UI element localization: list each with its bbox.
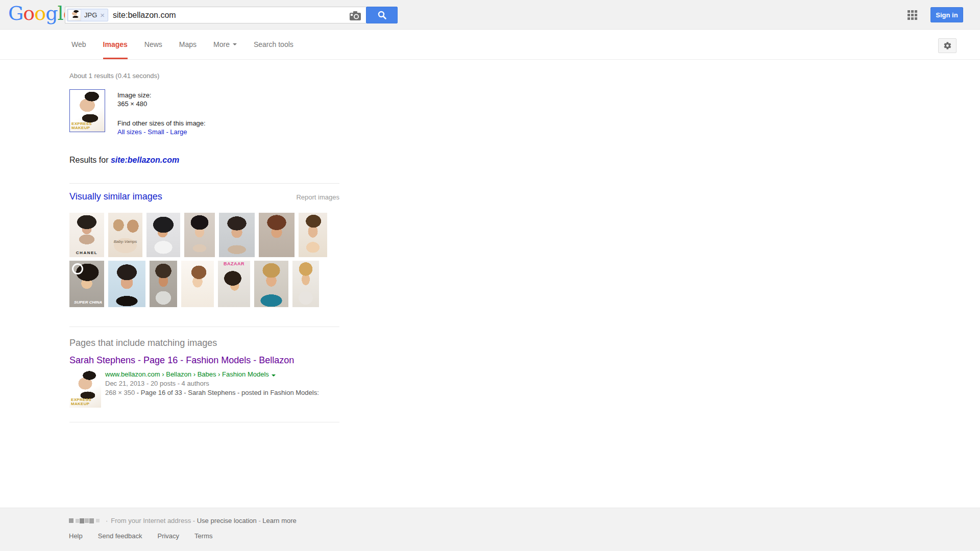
separator-dash: - bbox=[191, 517, 197, 524]
page-footer: · From your Internet address - Use preci… bbox=[0, 508, 980, 551]
similar-image-thumbnail[interactable] bbox=[254, 261, 288, 307]
link-separator: - bbox=[164, 128, 170, 136]
nav-tab[interactable]: News bbox=[144, 30, 162, 59]
cover-text: EXPRESS MAKEUP bbox=[71, 122, 104, 130]
nav-tab-label: Images bbox=[103, 40, 128, 48]
snippet-text: - Page 16 of 33 - Sarah Stephens - poste… bbox=[135, 389, 319, 396]
result-meta: Dec 21, 2013 - 20 posts - 4 authors bbox=[105, 379, 319, 388]
snippet-dimensions: 268 × 350 bbox=[105, 389, 135, 396]
top-bar: Google JPG × bbox=[0, 0, 980, 30]
similar-images-row-2: SUPER CHINA BAZAAR bbox=[69, 261, 339, 307]
results-for-query[interactable]: site:bellazon.com bbox=[111, 156, 179, 164]
camera-icon[interactable] bbox=[349, 11, 361, 21]
search-bar: JPG × bbox=[65, 7, 398, 23]
image-query-chip[interactable]: JPG × bbox=[67, 9, 108, 21]
logo-letter: o bbox=[34, 2, 45, 24]
find-sizes-label: Find other sizes of this image: bbox=[117, 119, 206, 128]
footer-link[interactable]: Help bbox=[69, 532, 83, 540]
image-size-label: Image size: bbox=[117, 91, 206, 99]
similar-image-thumbnail[interactable]: CHANEL bbox=[69, 213, 104, 257]
size-link[interactable]: All sizes bbox=[117, 128, 142, 136]
nav-tab[interactable]: Search tools bbox=[254, 30, 293, 59]
similar-image-thumbnail[interactable] bbox=[219, 213, 255, 257]
footer-link[interactable]: Send feedback bbox=[98, 532, 142, 540]
similar-image-thumbnail[interactable] bbox=[299, 213, 327, 257]
sign-in-button[interactable]: Sign in bbox=[930, 7, 963, 22]
result-options-caret-icon[interactable] bbox=[272, 374, 276, 377]
image-size-value: 365 × 480 bbox=[117, 99, 206, 108]
nav-tab[interactable]: Images bbox=[103, 30, 128, 59]
apps-grid-icon[interactable] bbox=[908, 10, 917, 20]
similar-image-thumbnail[interactable] bbox=[184, 213, 215, 257]
similar-image-thumbnail[interactable]: Baby-Vamps bbox=[108, 213, 142, 257]
logo-letter: o bbox=[23, 2, 34, 24]
redacted-location bbox=[69, 518, 100, 523]
divider bbox=[69, 327, 339, 327]
similar-image-thumbnail[interactable]: BAZAAR bbox=[218, 261, 250, 307]
result-title-link[interactable]: Sarah Stephens - Page 16 - Fashion Model… bbox=[69, 355, 339, 366]
footer-link[interactable]: Privacy bbox=[157, 532, 179, 540]
location-note: From your Internet address bbox=[111, 517, 191, 524]
results-content: About 1 results (0.41 seconds) EXPRESS M… bbox=[0, 60, 980, 422]
use-precise-location-link[interactable]: Use precise location bbox=[197, 517, 257, 524]
breadcrumb: www.bellazon.com › Bellazon › Babes › Fa… bbox=[105, 370, 269, 378]
similar-image-thumbnail[interactable] bbox=[259, 213, 295, 257]
thumbnail-text: SUPER CHINA bbox=[74, 300, 102, 305]
logo-letter: g bbox=[45, 2, 57, 24]
similar-image-thumbnail[interactable] bbox=[181, 261, 214, 307]
size-links: All sizes - Small - Large bbox=[117, 128, 206, 136]
chip-label: JPG bbox=[82, 11, 100, 19]
nav-tab-label: More bbox=[213, 40, 230, 48]
nav-tab[interactable]: More bbox=[213, 30, 237, 59]
logo-letter: G bbox=[8, 2, 23, 24]
search-result: EXPRESS MAKEUP www.bellazon.com › Bellaz… bbox=[69, 369, 339, 408]
nav-tab-label: Search tools bbox=[254, 40, 293, 48]
similar-image-thumbnail[interactable] bbox=[108, 261, 145, 307]
chip-close-icon[interactable]: × bbox=[100, 11, 108, 19]
visually-similar-heading[interactable]: Visually similar images bbox=[69, 191, 162, 202]
nav-tabs: Web Images News Maps More bbox=[71, 30, 310, 59]
footer-links: HelpSend feedbackPrivacyTerms bbox=[69, 532, 980, 540]
link-separator: - bbox=[142, 128, 148, 136]
footer-link[interactable]: Terms bbox=[194, 532, 212, 540]
separator-dash: - bbox=[257, 517, 263, 524]
result-snippet: 268 × 350 - Page 16 of 33 - Sarah Stephe… bbox=[105, 388, 319, 397]
cover-text: EXPRESS MAKEUP bbox=[71, 398, 100, 406]
size-link[interactable]: Small bbox=[148, 128, 164, 136]
size-link[interactable]: Large bbox=[170, 128, 187, 136]
thumbnail-text: BAZAAR bbox=[218, 262, 250, 266]
nav-tab-label: Maps bbox=[179, 40, 197, 48]
result-stats: About 1 results (0.41 seconds) bbox=[69, 72, 339, 80]
similar-image-thumbnail[interactable] bbox=[292, 261, 319, 307]
separator-dot: · bbox=[106, 517, 108, 524]
thumbnail-text: Baby-Vamps bbox=[108, 240, 142, 244]
similar-image-thumbnail[interactable] bbox=[150, 261, 177, 307]
search-input[interactable] bbox=[108, 11, 366, 20]
search-button[interactable] bbox=[366, 7, 398, 23]
result-thumbnail[interactable]: EXPRESS MAKEUP bbox=[69, 369, 101, 408]
query-image-block: EXPRESS MAKEUP Image size: 365 × 480 Fin… bbox=[69, 89, 339, 136]
chevron-down-icon bbox=[233, 43, 237, 45]
google-logo[interactable]: Google bbox=[8, 2, 74, 24]
divider bbox=[69, 422, 339, 422]
divider bbox=[69, 183, 339, 184]
results-for-line: Results for site:bellazon.com bbox=[69, 156, 339, 165]
query-image-thumbnail bbox=[68, 9, 81, 21]
nav-tab[interactable]: Web bbox=[71, 30, 86, 59]
similar-image-thumbnail[interactable] bbox=[146, 213, 180, 257]
result-url-breadcrumb: www.bellazon.com › Bellazon › Babes › Fa… bbox=[105, 370, 319, 379]
nav-tab[interactable]: Maps bbox=[179, 30, 197, 59]
nav-tab-label: Web bbox=[71, 40, 86, 48]
similar-image-thumbnail[interactable]: SUPER CHINA bbox=[69, 261, 104, 307]
matching-pages-heading: Pages that include matching images bbox=[69, 338, 339, 348]
search-box[interactable]: JPG × bbox=[65, 7, 366, 23]
similar-images-row-1: CHANEL Baby-Vamps bbox=[69, 213, 339, 257]
report-images-link[interactable]: Report images bbox=[296, 193, 339, 201]
results-nav: Web Images News Maps More bbox=[0, 30, 980, 60]
nav-tab-label: News bbox=[144, 40, 162, 48]
results-for-prefix: Results for bbox=[69, 156, 111, 164]
logo-letter: l bbox=[57, 2, 63, 24]
query-image-large-thumbnail[interactable]: EXPRESS MAKEUP bbox=[69, 89, 105, 132]
learn-more-link[interactable]: Learn more bbox=[262, 517, 296, 524]
settings-button[interactable] bbox=[938, 38, 957, 53]
